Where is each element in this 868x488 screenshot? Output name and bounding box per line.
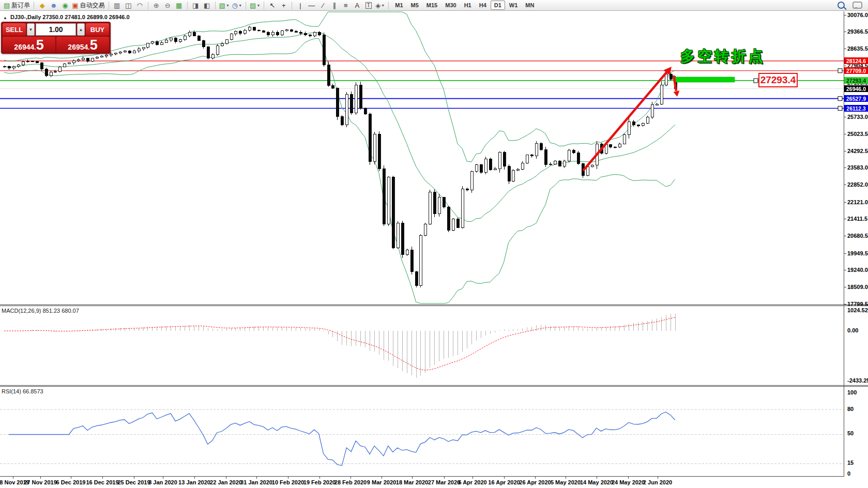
- new-chart-icon[interactable]: ▧▼: [218, 1, 231, 10]
- price-callout[interactable]: 27293.4: [758, 73, 798, 87]
- tile-windows-icon[interactable]: ▦: [174, 1, 185, 10]
- sell-button[interactable]: SELL: [3, 23, 26, 36]
- label-icon[interactable]: T: [363, 1, 374, 10]
- annotation-text[interactable]: 多空转折点: [680, 47, 766, 66]
- timeframe-h1[interactable]: H1: [461, 1, 475, 10]
- one-click-trade-panel: SELL ▼ 1.00 ▲ BUY 26944 . 5 26954 . 5: [1, 22, 111, 54]
- rsi-axis-tick: 50: [847, 430, 854, 436]
- template-icon[interactable]: ▨▼: [249, 1, 261, 10]
- timeframe-h4[interactable]: H4: [476, 1, 490, 10]
- chart-canvas[interactable]: [0, 0, 868, 488]
- macd-axis-tick: -2433.25: [847, 377, 868, 384]
- date-axis-label: 3 Jan 2020: [148, 479, 177, 485]
- period-selector-icon: ◷: [232, 1, 238, 10]
- search-icon[interactable]: [837, 2, 845, 9]
- date-axis-label: 28 Feb 2020: [334, 479, 367, 485]
- cursor-icon: ↖: [269, 1, 275, 10]
- toolbar-separator: [148, 2, 148, 9]
- price-axis-tick: 23583.0: [847, 164, 868, 171]
- price-axis-tick: 21411.5: [847, 216, 867, 222]
- autoscroll-icon[interactable]: ◨: [190, 1, 201, 10]
- price-axis-tick: 22852.0: [847, 181, 868, 188]
- date-axis-label: 31 Jan 2020: [240, 479, 272, 485]
- toolbar-separator: [187, 2, 188, 9]
- volume-input[interactable]: 1.00: [36, 23, 76, 36]
- timeframe-m5[interactable]: M5: [407, 1, 422, 10]
- toolbar-separator: [215, 2, 216, 9]
- tile-windows-icon: ▦: [176, 1, 182, 10]
- new-chart-icon: ▧: [219, 1, 225, 10]
- sell-price-display[interactable]: 26944 . 5: [3, 37, 55, 52]
- zoom-out-icon[interactable]: ⊖: [162, 1, 173, 10]
- crosshair-icon[interactable]: +: [278, 1, 289, 10]
- price-level-label[interactable]: 26946.0: [844, 85, 868, 92]
- period-selector-icon[interactable]: ◷▼: [231, 1, 243, 10]
- date-axis-label: 14 May 2020: [580, 479, 613, 485]
- timeframe-mn[interactable]: MN: [522, 1, 538, 10]
- date-axis-label: 25 Dec 2019: [118, 479, 150, 485]
- cursor-icon[interactable]: ↖: [267, 1, 278, 10]
- volume-decrease-button[interactable]: ▼: [27, 23, 35, 36]
- price-axis-tick: 19240.0: [847, 267, 868, 273]
- price-level-label[interactable]: 26112.3: [844, 105, 868, 112]
- profile-icon[interactable]: ☻: [48, 1, 59, 10]
- market-signal-icon[interactable]: ◉: [59, 1, 70, 10]
- quotes-icon[interactable]: ◆: [37, 1, 48, 10]
- fibonacci-icon[interactable]: ≡: [340, 1, 351, 10]
- date-axis-label: 2 Jun 2020: [643, 479, 672, 485]
- macd-label: MACD(12,26,9) 851.23 680.07: [2, 308, 79, 314]
- timeframe-w1[interactable]: W1: [506, 1, 522, 10]
- buy-price-display[interactable]: 26954 . 5: [56, 37, 109, 52]
- zoom-in-icon: ⊕: [154, 1, 159, 10]
- rsi-axis-tick: 80: [847, 406, 854, 412]
- timeframe-d1[interactable]: D1: [491, 1, 505, 10]
- new-order-icon[interactable]: ▤新订单: [3, 1, 31, 10]
- price-level-label[interactable]: 27709.0: [844, 67, 868, 74]
- volume-increase-button[interactable]: ▲: [77, 23, 85, 36]
- toolbar: ▤新订单◆☻◉▣自动交易▥◫◠⊕⊖▦◨◧▧▼◷▼▨▼↖+|—∕∥≡AT◈▼M1M…: [0, 0, 868, 11]
- autotrade-icon[interactable]: ▣自动交易: [71, 1, 105, 10]
- hline-icon: —: [308, 1, 315, 10]
- date-axis-label: 10 Feb 2020: [272, 479, 304, 485]
- chart-line-icon[interactable]: ◠: [134, 1, 145, 10]
- date-axis-label: 18 Mar 2020: [396, 479, 428, 485]
- price-level-label[interactable]: 26527.9: [844, 95, 868, 102]
- chart-bars-icon: ▥: [114, 1, 120, 10]
- channel-icon[interactable]: ∥: [329, 1, 340, 10]
- vline-icon[interactable]: |: [295, 1, 306, 10]
- macd-axis-tick: 0.00: [847, 327, 858, 333]
- toolbar-separator: [34, 2, 34, 9]
- chat-icon[interactable]: [852, 2, 862, 9]
- chart-shift-icon[interactable]: ◧: [202, 1, 212, 10]
- chart-bars-icon[interactable]: ▥: [112, 1, 123, 10]
- template-icon: ▨: [250, 1, 256, 10]
- buy-button[interactable]: BUY: [86, 23, 109, 36]
- rsi-axis-tick: 15: [847, 460, 854, 466]
- price-axis-tick: 22121.0: [847, 199, 868, 205]
- zoom-in-icon[interactable]: ⊕: [151, 1, 162, 10]
- market-signal-icon: ◉: [62, 1, 68, 10]
- new-order-icon: ▤: [4, 1, 10, 10]
- price-axis-tick: 25733.0: [847, 114, 868, 120]
- timeframe-m1[interactable]: M1: [391, 1, 406, 10]
- text-icon[interactable]: A: [352, 1, 362, 10]
- toolbar-separator: [292, 2, 292, 9]
- chart-shift-icon: ◧: [204, 1, 210, 10]
- chart-candles-icon[interactable]: ◫: [123, 1, 134, 10]
- hline-icon[interactable]: —: [306, 1, 317, 10]
- trendline-icon[interactable]: ∕: [317, 1, 328, 10]
- price-level-label[interactable]: 28124.6: [844, 57, 868, 64]
- dropdown-arrow-icon: ▼: [238, 1, 242, 10]
- price-level-label[interactable]: 27293.4: [844, 77, 868, 84]
- timeframe-m15[interactable]: M15: [423, 1, 441, 10]
- toolbar-separator: [109, 2, 109, 9]
- arrows-icon[interactable]: ◈▼: [374, 1, 386, 10]
- zoom-out-icon: ⊖: [165, 1, 171, 10]
- trendline-icon: ∕: [323, 1, 324, 10]
- price-axis-tick: 24292.5: [847, 148, 868, 154]
- dropdown-arrow-icon: ▼: [381, 1, 385, 10]
- timeframe-m30[interactable]: M30: [441, 1, 460, 10]
- price-axis-tick: 20680.5: [847, 233, 868, 239]
- quotes-icon: ◆: [40, 1, 45, 10]
- date-axis-label: 19 Feb 2020: [303, 479, 336, 485]
